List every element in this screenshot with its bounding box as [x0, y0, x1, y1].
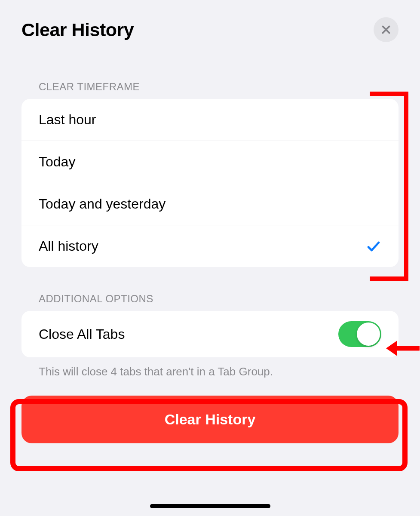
- dialog-header: Clear History: [0, 0, 420, 46]
- home-indicator[interactable]: [150, 504, 270, 508]
- option-label: Today: [39, 154, 75, 170]
- toggle-knob: [357, 322, 380, 346]
- option-label: Last hour: [39, 112, 96, 128]
- timeframe-option-last-hour[interactable]: Last hour: [21, 99, 399, 141]
- timeframe-option-all-history[interactable]: All history: [21, 225, 399, 267]
- option-label: All history: [39, 238, 98, 254]
- timeframe-list: Last hour Today Today and yesterday All …: [21, 99, 399, 267]
- timeframe-section-header: CLEAR TIMEFRAME: [21, 81, 399, 93]
- close-all-tabs-label: Close All Tabs: [39, 326, 125, 342]
- timeframe-option-today[interactable]: Today: [21, 141, 399, 183]
- additional-list: Close All Tabs: [21, 311, 399, 357]
- option-label: Today and yesterday: [39, 196, 166, 212]
- close-button[interactable]: [374, 17, 399, 42]
- close-all-tabs-toggle[interactable]: [338, 321, 381, 347]
- clear-history-button[interactable]: Clear History: [21, 396, 399, 443]
- additional-section-header: ADDITIONAL OPTIONS: [21, 293, 399, 305]
- dialog-content: CLEAR TIMEFRAME Last hour Today Today an…: [0, 81, 420, 443]
- dialog-title: Clear History: [21, 19, 134, 40]
- close-all-tabs-row: Close All Tabs: [21, 311, 399, 357]
- close-icon: [380, 24, 392, 35]
- close-tabs-footer-text: This will close 4 tabs that aren't in a …: [21, 357, 399, 378]
- timeframe-option-today-yesterday[interactable]: Today and yesterday: [21, 183, 399, 225]
- action-button-label: Clear History: [165, 411, 256, 427]
- checkmark-icon: [366, 239, 381, 254]
